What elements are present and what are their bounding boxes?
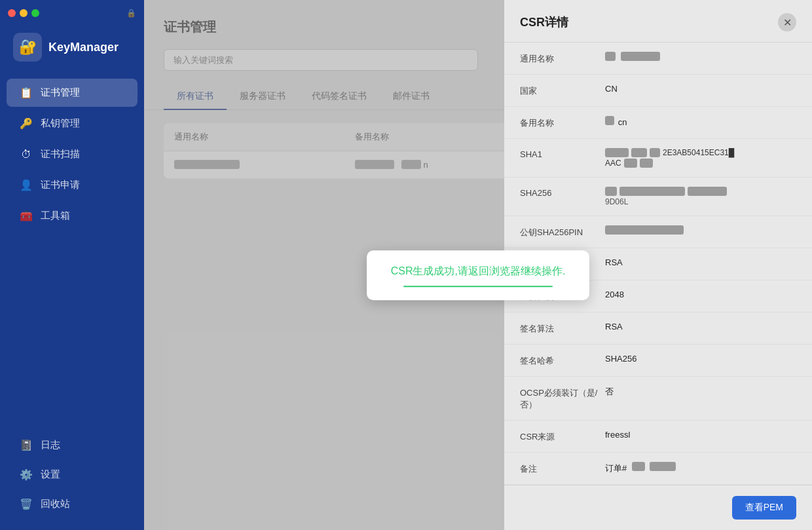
lock-icon: 🔒: [126, 9, 136, 18]
key-mgmt-label: 私钥管理: [41, 117, 80, 130]
blur-sha256-3: [688, 187, 727, 196]
label-sha1: SHA1: [520, 148, 605, 159]
value-country: CN: [605, 84, 796, 94]
sidebar-item-trash[interactable]: 🗑️ 回收站: [7, 490, 138, 518]
value-pubkey-pin: [605, 225, 796, 237]
label-source: CSR来源: [520, 430, 605, 443]
csr-row-note: 备注 订单#: [504, 453, 812, 485]
blur-sha1-2: [631, 148, 647, 157]
label-sha256: SHA256: [520, 187, 605, 198]
cert-mgmt-icon: 📋: [20, 86, 33, 99]
label-note: 备注: [520, 462, 605, 475]
logs-label: 日志: [41, 439, 60, 451]
blur-sha1-3: [650, 148, 660, 157]
csr-row-alt-name: 备用名称 cn: [504, 107, 812, 139]
sidebar-item-cert-mgmt[interactable]: 📋 证书管理: [7, 79, 138, 107]
title-bar: 🔒: [0, 0, 144, 26]
cert-apply-icon: 👤: [20, 179, 33, 191]
sidebar: 🔒 🔐 KeyManager 📋 证书管理 🔑 私钥管理 ⏱ 证书扫描 👤 证书…: [0, 0, 144, 530]
csr-row-sha1: SHA1 2E3AB50415EC31█ AAC: [504, 139, 812, 178]
toast-message: CSR生成成功,请返回浏览器继续操作.: [385, 263, 571, 279]
nav-items: 📋 证书管理 🔑 私钥管理 ⏱ 证书扫描 👤 证书申请 🧰 工具箱: [0, 75, 144, 430]
sidebar-item-toolbox[interactable]: 🧰 工具箱: [7, 202, 138, 230]
sidebar-item-settings[interactable]: ⚙️ 设置: [7, 461, 138, 489]
csr-row-country: 国家 CN: [504, 75, 812, 107]
csr-row-source: CSR来源 freessl: [504, 421, 812, 453]
value-alt-name: cn: [605, 116, 796, 127]
label-ocsp: OCSP必须装订（是/否）: [520, 386, 605, 411]
app-name: KeyManager: [48, 41, 119, 54]
csr-row-sha256: SHA256 9D06L: [504, 178, 812, 216]
cert-mgmt-label: 证书管理: [41, 86, 80, 99]
nav-bottom: 📓 日志 ⚙️ 设置 🗑️ 回收站: [0, 430, 144, 530]
sidebar-item-cert-apply[interactable]: 👤 证书申请: [7, 171, 138, 199]
csr-footer: 查看PEM: [504, 485, 812, 530]
blur-sha256-2: [619, 187, 685, 196]
blur2: [621, 52, 660, 61]
app-logo-icon: 🔐: [13, 33, 42, 62]
csr-row-common-name: 通用名称: [504, 43, 812, 75]
tl-yellow[interactable]: [20, 9, 28, 17]
blur1: [605, 52, 616, 61]
label-sign-algo: 签名算法: [520, 322, 605, 335]
value-source: freessl: [605, 430, 796, 440]
cert-apply-label: 证书申请: [41, 179, 80, 191]
settings-label: 设置: [41, 468, 60, 481]
csr-row-sign-hash: 签名哈希 SHA256: [504, 345, 812, 377]
sha1-aac: AAC: [605, 159, 621, 168]
label-common-name: 通用名称: [520, 52, 605, 65]
value-sha256: 9D06L: [605, 187, 796, 206]
label-country: 国家: [520, 84, 605, 97]
sidebar-item-cert-scan[interactable]: ⏱ 证书扫描: [7, 140, 138, 168]
label-alt-name: 备用名称: [520, 116, 605, 129]
toolbox-icon: 🧰: [20, 210, 33, 222]
close-button[interactable]: ✕: [778, 13, 796, 31]
blur-sha1-4: [624, 159, 637, 168]
sha256-9d06l: 9D06L: [605, 197, 796, 206]
csr-row-ocsp: OCSP必须装订（是/否） 否: [504, 377, 812, 421]
blur-sha1-5: [640, 159, 653, 168]
key-mgmt-icon: 🔑: [20, 117, 33, 130]
main-content: 证书管理 所有证书 服务器证书 代码签名证书 邮件证书 通用名称 备用名称 颁发…: [144, 0, 812, 530]
toast-underline: [403, 286, 552, 287]
blur-alt1: [605, 116, 614, 125]
value-ocsp: 否: [605, 386, 796, 398]
sha1-suffix: 2E3AB50415EC31█: [663, 148, 734, 157]
logo-emoji: 🔐: [19, 39, 37, 56]
blur-pubkey: [605, 225, 684, 235]
csr-panel-title: CSR详情: [520, 14, 568, 30]
success-toast: CSR生成成功,请返回浏览器继续操作.: [367, 250, 589, 300]
value-sign-algo: RSA: [605, 322, 796, 331]
view-pem-button[interactable]: 查看PEM: [732, 496, 796, 520]
tl-red[interactable]: [8, 9, 16, 17]
blur-sha256-1: [605, 187, 617, 196]
sidebar-item-logs[interactable]: 📓 日志: [7, 431, 138, 459]
value-sha1: 2E3AB50415EC31█ AAC: [605, 148, 796, 168]
sidebar-item-key-mgmt[interactable]: 🔑 私钥管理: [7, 109, 138, 138]
value-sign-hash: SHA256: [605, 354, 796, 364]
note-text: 订单#: [605, 463, 627, 473]
alt-cn: cn: [618, 117, 627, 127]
csr-row-sign-algo: 签名算法 RSA: [504, 312, 812, 345]
cert-scan-icon: ⏱: [20, 149, 33, 161]
blur-sha1-1: [605, 148, 629, 157]
blur-note2: [650, 462, 676, 471]
trash-icon: 🗑️: [20, 498, 33, 510]
app-logo: 🔐 KeyManager: [0, 26, 144, 75]
tl-green[interactable]: [31, 9, 39, 17]
trash-label: 回收站: [41, 498, 70, 510]
value-encrypt-algo: RSA: [605, 257, 796, 267]
toolbox-label: 工具箱: [41, 210, 70, 222]
blur-note1: [632, 462, 645, 471]
value-encrypt-strength: 2048: [605, 290, 796, 299]
logs-icon: 📓: [20, 439, 33, 451]
cert-scan-label: 证书扫描: [41, 148, 80, 161]
csr-row-pubkey-pin: 公钥SHA256PIN: [504, 216, 812, 248]
label-pubkey-pin: 公钥SHA256PIN: [520, 225, 605, 238]
label-sign-hash: 签名哈希: [520, 354, 605, 367]
csr-header: CSR详情 ✕: [504, 0, 812, 43]
value-common-name: [605, 52, 796, 63]
value-note: 订单#: [605, 462, 796, 474]
settings-icon: ⚙️: [20, 468, 33, 481]
